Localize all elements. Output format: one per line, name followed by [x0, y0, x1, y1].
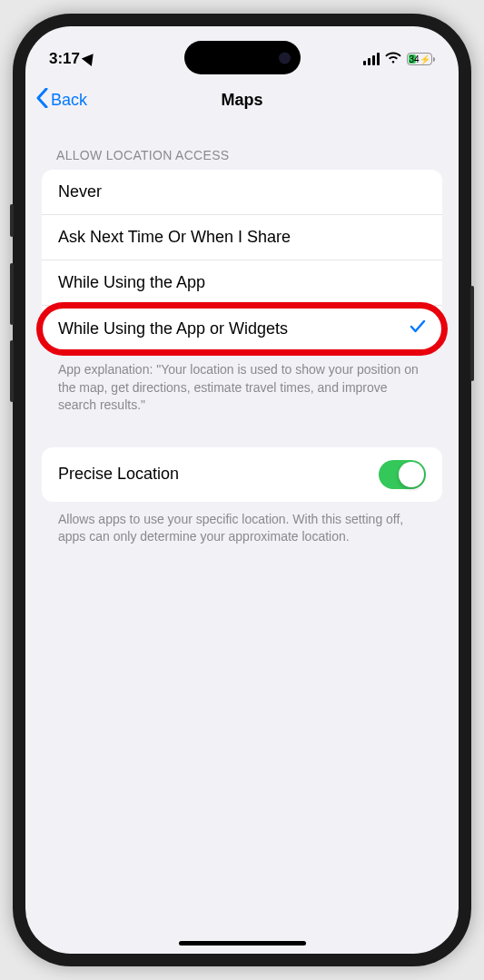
phone-volume-up	[10, 263, 14, 325]
battery-icon: 34⚡	[407, 53, 435, 65]
checkmark-icon	[410, 318, 426, 339]
option-while-using-app-widgets[interactable]: While Using the App or Widgets	[42, 306, 442, 352]
chevron-left-icon	[36, 88, 48, 113]
option-ask-next-time[interactable]: Ask Next Time Or When I Share	[42, 215, 442, 260]
phone-volume-down	[10, 340, 14, 402]
nav-bar: Back Maps	[25, 77, 459, 122]
phone-power-button	[470, 286, 474, 381]
status-left: 3:17	[49, 50, 96, 68]
precise-location-card: Precise Location	[42, 447, 442, 502]
home-indicator[interactable]	[179, 941, 306, 946]
option-label: Never	[58, 182, 102, 201]
precise-location-row[interactable]: Precise Location	[42, 447, 442, 502]
precise-location-label: Precise Location	[58, 465, 179, 484]
option-never[interactable]: Never	[42, 170, 442, 215]
phone-frame: 3:17 34⚡	[13, 14, 471, 966]
option-label: While Using the App	[58, 273, 205, 292]
location-access-card: Never Ask Next Time Or When I Share Whil…	[42, 170, 442, 352]
location-access-header: ALLOW LOCATION ACCESS	[42, 148, 442, 170]
precise-location-toggle[interactable]	[379, 460, 426, 489]
option-label: Ask Next Time Or When I Share	[58, 228, 291, 247]
status-time: 3:17	[49, 50, 80, 68]
option-label: While Using the App or Widgets	[58, 319, 288, 338]
dynamic-island	[184, 41, 301, 74]
back-label: Back	[51, 91, 87, 110]
phone-silent-switch	[10, 204, 14, 237]
page-title: Maps	[221, 91, 262, 110]
precise-location-footer: Allows apps to use your specific locatio…	[42, 502, 442, 546]
screen: 3:17 34⚡	[25, 26, 459, 954]
location-services-icon	[82, 50, 98, 66]
content: ALLOW LOCATION ACCESS Never Ask Next Tim…	[25, 122, 459, 546]
option-while-using-app[interactable]: While Using the App	[42, 260, 442, 306]
location-access-footer: App explanation: "Your location is used …	[42, 352, 442, 415]
cellular-signal-icon	[363, 53, 380, 65]
status-right: 34⚡	[363, 51, 435, 67]
wifi-icon	[385, 51, 401, 67]
back-button[interactable]: Back	[36, 88, 87, 113]
